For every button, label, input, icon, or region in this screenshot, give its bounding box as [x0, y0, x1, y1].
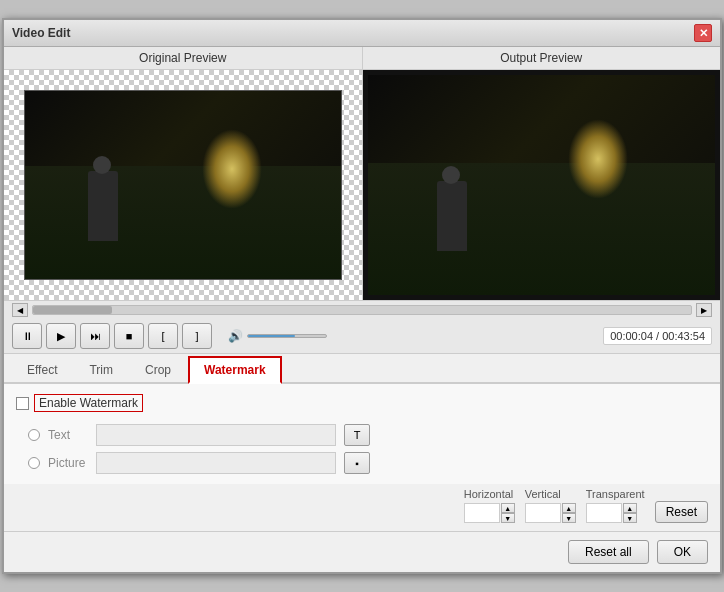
bottom-bar: Reset all OK — [4, 531, 720, 572]
original-video-frame — [24, 90, 342, 280]
text-radio[interactable] — [28, 429, 40, 441]
props-row: Horizontal 0 ▲ ▼ Vertical 0 ▲ ▼ Transp — [4, 484, 720, 531]
horizontal-input[interactable]: 0 — [464, 503, 500, 523]
enable-watermark-label: Enable Watermark — [34, 394, 143, 412]
picture-option-label: Picture — [48, 456, 88, 470]
vertical-up-btn[interactable]: ▲ — [562, 503, 576, 513]
play-button[interactable]: ▶ — [46, 323, 76, 349]
seek-left-btn[interactable]: ◀ — [12, 303, 28, 317]
mark-in-button[interactable]: [ — [148, 323, 178, 349]
text-icon-btn[interactable]: T — [344, 424, 370, 446]
output-video-scene — [368, 75, 716, 295]
output-scene-bright — [568, 119, 628, 199]
text-input[interactable] — [96, 424, 336, 446]
seek-thumb[interactable] — [33, 306, 112, 314]
transparent-input[interactable]: 0 — [586, 503, 622, 523]
horizontal-spinner-btns: ▲ ▼ — [501, 503, 515, 523]
preview-area: Original Preview Output Preview — [4, 47, 720, 301]
original-preview-panel: Original Preview — [4, 47, 363, 300]
horizontal-prop: Horizontal 0 ▲ ▼ — [464, 488, 515, 523]
pause-button[interactable]: ⏸ — [12, 323, 42, 349]
volume-icon: 🔊 — [228, 329, 243, 343]
enable-watermark-checkbox[interactable] — [16, 397, 29, 410]
transparent-up-btn[interactable]: ▲ — [623, 503, 637, 513]
horizontal-label: Horizontal — [464, 488, 514, 500]
transparent-spinner: 0 ▲ ▼ — [586, 503, 637, 523]
output-scene-person — [437, 181, 467, 251]
watermark-panel: Enable Watermark Text T Picture ▪ — [4, 384, 720, 484]
ok-button[interactable]: OK — [657, 540, 708, 564]
scene-person — [88, 171, 118, 241]
original-preview-canvas — [4, 70, 362, 300]
vertical-input[interactable]: 0 — [525, 503, 561, 523]
transparent-label: Transparent — [586, 488, 645, 500]
stop-button[interactable]: ■ — [114, 323, 144, 349]
volume-slider[interactable] — [247, 334, 327, 338]
picture-input[interactable] — [96, 452, 336, 474]
seekbar-area: ◀ ▶ — [4, 301, 720, 319]
video-edit-window: Video Edit ✕ Original Preview Output Pre… — [2, 18, 722, 574]
seek-track[interactable] — [32, 305, 692, 315]
original-preview-label: Original Preview — [4, 47, 362, 70]
mark-out-button[interactable]: ] — [182, 323, 212, 349]
vertical-spinner: 0 ▲ ▼ — [525, 503, 576, 523]
window-title: Video Edit — [12, 26, 70, 40]
volume-fill — [248, 335, 295, 337]
controls-row: ⏸ ▶ ⏭ ■ [ ] 🔊 00:00:04 / 00:43:54 — [12, 323, 712, 349]
output-preview-canvas — [363, 70, 721, 300]
output-scene-ground — [368, 163, 716, 295]
vertical-prop: Vertical 0 ▲ ▼ — [525, 488, 576, 523]
transparent-spinner-btns: ▲ ▼ — [623, 503, 637, 523]
reset-button[interactable]: Reset — [655, 501, 708, 523]
reset-all-button[interactable]: Reset all — [568, 540, 649, 564]
output-preview-panel: Output Preview — [363, 47, 721, 300]
tab-crop[interactable]: Crop — [130, 357, 186, 382]
output-preview-label: Output Preview — [363, 47, 721, 70]
text-option-label: Text — [48, 428, 88, 442]
picture-radio[interactable] — [28, 457, 40, 469]
scene-ground — [25, 166, 341, 279]
controls-bar: ⏸ ▶ ⏭ ■ [ ] 🔊 00:00:04 / 00:43:54 — [4, 319, 720, 354]
folder-icon-btn[interactable]: ▪ — [344, 452, 370, 474]
tab-trim[interactable]: Trim — [74, 357, 128, 382]
close-button[interactable]: ✕ — [694, 24, 712, 42]
original-video-scene — [25, 91, 341, 279]
tab-effect[interactable]: Effect — [12, 357, 72, 382]
vertical-label: Vertical — [525, 488, 561, 500]
horizontal-down-btn[interactable]: ▼ — [501, 513, 515, 523]
horizontal-up-btn[interactable]: ▲ — [501, 503, 515, 513]
folder-icon: ▪ — [355, 458, 359, 469]
transparent-prop: Transparent 0 ▲ ▼ — [586, 488, 645, 523]
vertical-spinner-btns: ▲ ▼ — [562, 503, 576, 523]
step-forward-button[interactable]: ⏭ — [80, 323, 110, 349]
time-display: 00:00:04 / 00:43:54 — [603, 327, 712, 345]
title-bar: Video Edit ✕ — [4, 20, 720, 47]
scene-bright-area — [202, 129, 262, 209]
vertical-down-btn[interactable]: ▼ — [562, 513, 576, 523]
text-option-row: Text T — [16, 418, 708, 446]
seek-right-btn[interactable]: ▶ — [696, 303, 712, 317]
output-video-frame — [368, 75, 716, 295]
enable-watermark-row: Enable Watermark — [16, 394, 708, 412]
picture-option-row: Picture ▪ — [16, 446, 708, 474]
tabs-row: Effect Trim Crop Watermark — [4, 354, 720, 384]
transparent-down-btn[interactable]: ▼ — [623, 513, 637, 523]
tab-watermark[interactable]: Watermark — [188, 356, 282, 384]
horizontal-spinner: 0 ▲ ▼ — [464, 503, 515, 523]
